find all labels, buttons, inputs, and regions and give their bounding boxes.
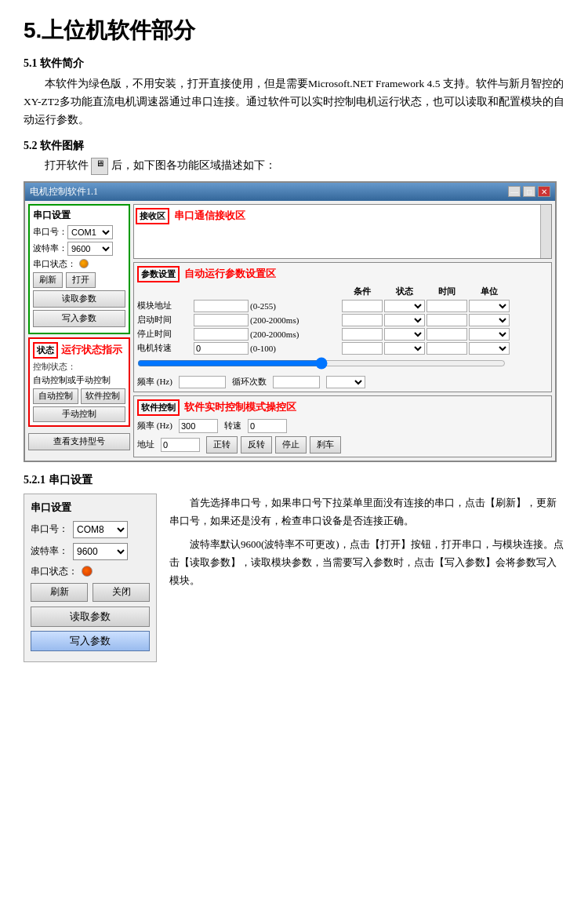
minimize-button[interactable]: —: [508, 186, 521, 197]
start-condition[interactable]: [342, 314, 383, 326]
dp-port-select[interactable]: COM8: [73, 521, 128, 538]
sw-addr-label: 地址: [137, 439, 154, 450]
row-speed-label: 电机转速: [137, 342, 192, 354]
dp-title: 串口设置: [31, 501, 150, 515]
addr-input[interactable]: [194, 300, 249, 312]
window-title: 电机控制软件1.1: [30, 185, 98, 199]
forward-button[interactable]: 正转: [206, 436, 238, 454]
section-52-title: 5.2 软件图解: [24, 139, 564, 153]
manual-ctrl-button[interactable]: 手动控制: [33, 406, 125, 422]
open-button[interactable]: 打开: [66, 272, 96, 288]
speed-state-select[interactable]: [384, 342, 425, 355]
cycle-input[interactable]: [273, 376, 320, 388]
scrollbar[interactable]: [540, 205, 551, 258]
addr-time[interactable]: [426, 300, 467, 312]
port-select[interactable]: COM1: [67, 225, 113, 239]
titlebar-buttons[interactable]: — □ ✕: [508, 186, 550, 197]
sw-addr-input[interactable]: [161, 438, 200, 452]
baud-label: 波特率：: [33, 242, 67, 254]
params-slider[interactable]: [137, 357, 506, 370]
detail-text-2: 波特率默认9600(波特率不可更改)，点击【打开】按钮，打开串口，与模块连接。点…: [169, 535, 564, 590]
section-521-text: 首先选择串口号，如果串口号下拉菜单里面没有连接的串口，点击【刷新】，更新串口号，…: [169, 494, 564, 595]
start-unit-select[interactable]: [469, 314, 510, 326]
software-ctrl-area: 软件控制 软件实时控制模式操控区 频率 (Hz) 转速 地址 正转 反转 停止: [133, 395, 552, 457]
control-state-value: 自动控制或手动控制: [33, 374, 125, 386]
col-condition: 条件: [342, 286, 383, 297]
recv-border-label: 接收区: [136, 208, 169, 224]
start-state-select[interactable]: [384, 314, 425, 326]
row-stop-hint: (200-2000ms): [250, 330, 340, 339]
sw-freq-label: 频率 (Hz): [137, 420, 172, 432]
col-state: 状态: [384, 286, 425, 297]
refresh-button[interactable]: 刷新: [33, 272, 63, 288]
dp-baud-label: 波特率：: [31, 545, 68, 558]
control-state-label: 控制状态：: [33, 361, 125, 373]
status-led: [79, 259, 89, 268]
freq-label: 频率 (Hz): [137, 376, 172, 388]
speed-unit-select[interactable]: [469, 342, 510, 355]
addr-condition[interactable]: [342, 300, 383, 312]
port-label: 串口号：: [33, 226, 67, 238]
page-title: 5.上位机软件部分: [24, 16, 564, 46]
sw-freq-input[interactable]: [179, 419, 218, 433]
start-input[interactable]: [194, 314, 249, 326]
row-addr-hint: (0-255): [250, 301, 340, 311]
params-border-label: 参数设置: [137, 266, 180, 282]
start-time[interactable]: [426, 314, 467, 326]
stop-button[interactable]: 停止: [275, 436, 307, 454]
stop-input[interactable]: [194, 328, 249, 341]
dp-status-label: 串口状态：: [31, 565, 78, 578]
dp-write-params-button[interactable]: 写入参数: [31, 631, 150, 651]
section-51-title: 5.1 软件简介: [24, 56, 564, 71]
check-model-button[interactable]: 查看支持型号: [28, 433, 130, 450]
close-button[interactable]: ✕: [538, 186, 550, 197]
dp-read-params-button[interactable]: 读取参数: [31, 607, 150, 627]
freq-input[interactable]: [179, 376, 226, 388]
software-window: 电机控制软件1.1 — □ ✕ 串口设置 串口号： COM1 波特率：: [24, 181, 557, 462]
row-addr-label: 模块地址: [137, 300, 192, 311]
row-start-label: 启动时间: [137, 314, 192, 326]
serial-settings-panel: 串口设置 串口号： COM1 波特率： 9600 串口状态：: [28, 204, 130, 334]
speed-time[interactable]: [426, 342, 467, 355]
speed-condition[interactable]: [342, 342, 383, 355]
row-start-hint: (200-2000ms): [250, 315, 340, 325]
receive-area: 接收区 串口通信接收区: [133, 204, 552, 259]
dp-close-button[interactable]: 关闭: [93, 583, 150, 602]
params-arrow-label: 自动运行参数设置区: [184, 267, 276, 281]
brake-button[interactable]: 刹车: [310, 436, 341, 454]
read-params-button[interactable]: 读取参数: [33, 290, 125, 308]
titlebar: 电机控制软件1.1 — □ ✕: [25, 183, 555, 201]
action-buttons: 正转 反转 停止 刹车: [206, 436, 341, 454]
dp-port-label: 串口号：: [31, 523, 68, 536]
section-521-title: 5.2.1 串口设置: [24, 473, 564, 487]
stop-state-select[interactable]: [384, 328, 425, 341]
stop-unit-select[interactable]: [469, 328, 510, 341]
cycle-unit-select[interactable]: [326, 376, 365, 388]
dp-status-led: [82, 566, 93, 577]
section-521-layout: 串口设置 串口号： COM8 波特率： 9600 串口状态： 刷新 关闭 读取参…: [24, 494, 564, 662]
addr-unit-select[interactable]: [469, 300, 510, 312]
section-51-body: 本软件为绿色版，不用安装，打开直接使用，但是需要Microsoft.NET Fr…: [24, 75, 564, 129]
baud-select[interactable]: 9600: [67, 242, 113, 256]
row-stop-label: 停止时间: [137, 328, 192, 340]
stop-time[interactable]: [426, 328, 467, 341]
state-border-label: 状态: [33, 342, 58, 359]
sw-speed-label: 转速: [224, 420, 241, 432]
auto-ctrl-button[interactable]: 自动控制: [33, 388, 78, 404]
status-label: 串口状态：: [33, 258, 76, 270]
recv-arrow-label: 串口通信接收区: [174, 209, 245, 223]
write-params-button[interactable]: 写入参数: [33, 310, 125, 327]
software-ctrl-button[interactable]: 软件控制: [81, 388, 126, 404]
section-52-intro: 打开软件: [45, 159, 89, 171]
dp-baud-select[interactable]: 9600: [73, 543, 128, 560]
sw-speed-input[interactable]: [248, 419, 287, 433]
speed-input[interactable]: [194, 342, 249, 355]
cycle-label: 循环次数: [232, 376, 267, 388]
maximize-button[interactable]: □: [523, 186, 535, 197]
stop-condition[interactable]: [342, 328, 383, 341]
reverse-button[interactable]: 反转: [241, 436, 272, 454]
detail-text-1: 首先选择串口号，如果串口号下拉菜单里面没有连接的串口，点击【刷新】，更新串口号，…: [169, 494, 564, 530]
addr-state-select[interactable]: [384, 300, 425, 312]
col-unit: 单位: [469, 286, 510, 297]
dp-refresh-button[interactable]: 刷新: [31, 583, 88, 602]
